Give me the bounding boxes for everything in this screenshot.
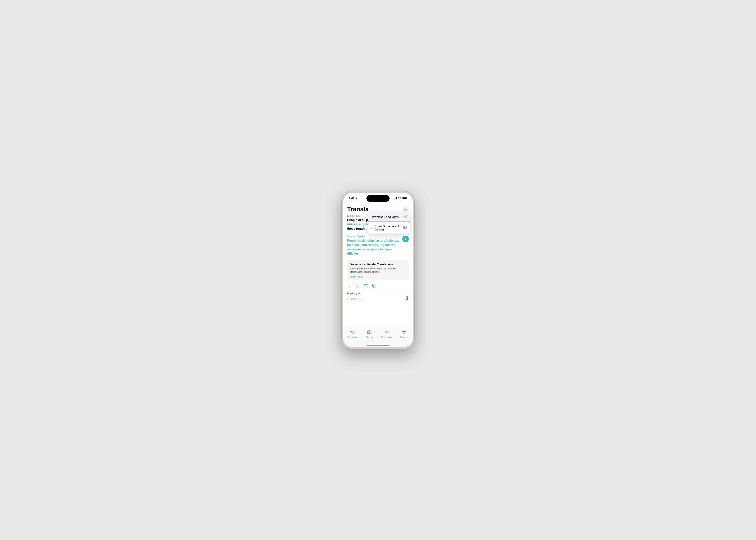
- mic-icon[interactable]: [405, 296, 409, 302]
- svg-rect-5: [364, 284, 368, 287]
- wifi-icon: [398, 197, 401, 199]
- battery-icon: [402, 197, 407, 200]
- resize-icon[interactable]: ↔: [346, 283, 353, 290]
- svg-rect-1: [403, 197, 406, 199]
- status-icons: [394, 197, 408, 200]
- dynamic-island: [366, 195, 390, 202]
- grammar-card-title: Grammatical Gender Translations: [350, 263, 393, 266]
- favorites-tab-label: Favorites: [400, 336, 408, 338]
- translation-lang-label: Spanish (Spain): [347, 235, 400, 238]
- header-area: Transla ••• Download Languages: [343, 203, 413, 213]
- status-time: 9:41: [349, 197, 357, 200]
- person-icon: [403, 226, 407, 230]
- star-icon[interactable]: ☆: [356, 284, 359, 289]
- input-lang-label: English (US): [347, 292, 361, 295]
- input-placeholder[interactable]: Enter text: [347, 297, 364, 301]
- copy-icon[interactable]: [372, 284, 376, 289]
- svg-rect-8: [406, 296, 408, 299]
- dropdown-menu: Download Languages ✓ Show Grammati: [368, 212, 410, 233]
- svg-point-12: [369, 332, 370, 333]
- download-icon: [404, 215, 407, 219]
- translated-text: Personas de todas las profesiones, médic…: [347, 238, 400, 256]
- phone-screen: 9:41: [343, 193, 413, 347]
- home-bar: [366, 344, 390, 345]
- conversation-tab-label: Conversation: [381, 336, 393, 338]
- input-section: English (US) ⌄ Enter text: [343, 290, 413, 303]
- play-translation-icon: ▶: [405, 238, 407, 240]
- camera-tab-icon: [367, 330, 372, 336]
- svg-text:文: 文: [352, 331, 354, 334]
- show-grammatical-gender-item[interactable]: ✓ Show Grammatical Gender: [368, 221, 410, 233]
- signal-icon: [394, 197, 397, 199]
- play-translation-button[interactable]: ▶: [402, 236, 409, 242]
- svg-rect-7: [374, 285, 376, 288]
- tab-translation[interactable]: A 文 Translation: [346, 330, 358, 338]
- translation-tab-label: Translation: [347, 336, 357, 338]
- ellipsis-icon: •••: [404, 208, 407, 210]
- svg-point-4: [404, 227, 405, 227]
- tab-conversation[interactable]: Conversation: [381, 330, 393, 338]
- action-row: ↔ ☆: [343, 282, 413, 290]
- svg-point-14: [387, 331, 388, 333]
- home-indicator: [343, 343, 413, 347]
- learn-more-link[interactable]: Learn more: [350, 275, 406, 278]
- download-languages-label: Download Languages: [371, 215, 399, 218]
- svg-point-13: [385, 331, 387, 333]
- translation-block: Spanish (Spain) Personas de todas las pr…: [343, 233, 413, 282]
- phone-frame: 9:41: [341, 191, 415, 349]
- tab-bar: A 文 Translation Camera: [343, 328, 413, 343]
- more-button[interactable]: •••: [403, 206, 409, 212]
- grammar-card-close[interactable]: ✕: [404, 263, 406, 266]
- star-tab-icon: [402, 330, 407, 336]
- tab-favorites[interactable]: Favorites: [398, 330, 410, 338]
- translate-tab-icon: A 文: [349, 330, 354, 336]
- download-languages-item[interactable]: Download Languages: [368, 212, 410, 221]
- chevron-down-icon: ⌄: [362, 292, 364, 295]
- main-content: Transla ••• Download Languages: [343, 203, 413, 328]
- tab-camera[interactable]: Camera: [363, 330, 375, 338]
- camera-tab-label: Camera: [366, 336, 373, 338]
- page-title: Transla: [347, 205, 369, 213]
- status-bar: 9:41: [343, 193, 413, 203]
- checkmark-icon: ✓: [371, 226, 373, 229]
- grammar-card: Grammatical Gender Translations ✕ Select…: [347, 260, 409, 280]
- location-icon: [355, 197, 357, 200]
- tablet-icon[interactable]: [364, 284, 368, 289]
- show-grammatical-gender-label: Show Grammatical Gender: [375, 224, 403, 231]
- conversation-tab-icon: [384, 330, 389, 336]
- grammar-card-description: Select highlighted words to see all avai…: [350, 267, 406, 274]
